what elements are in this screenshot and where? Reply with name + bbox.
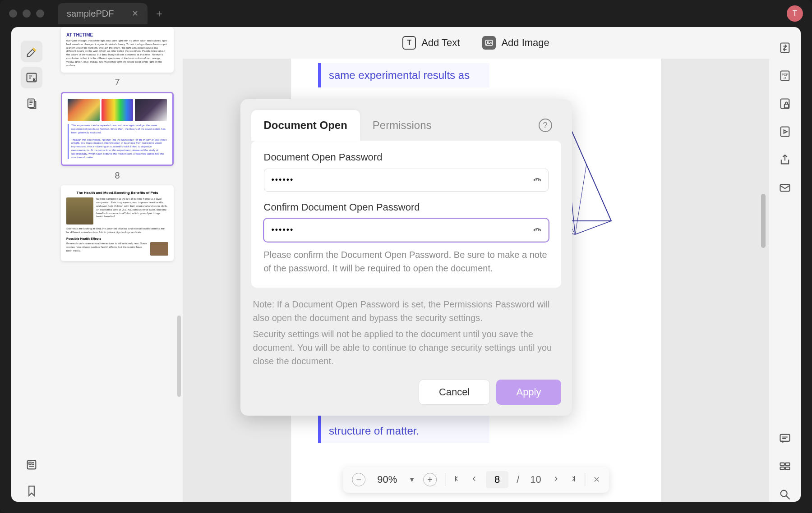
tab-document-open[interactable]: Document Open (251, 110, 360, 141)
user-avatar[interactable]: T (787, 5, 803, 22)
security-modal: Document Open Permissions ? Document Ope… (240, 99, 572, 416)
close-tab-icon[interactable]: ✕ (132, 9, 138, 18)
traffic-lights (9, 9, 44, 18)
modal-note: Note: If a Document Open Password is set… (253, 298, 559, 325)
maximize-window-button[interactable] (36, 9, 44, 18)
apply-button[interactable]: Apply (496, 380, 561, 405)
password-label: Document Open Password (264, 151, 549, 163)
modal-overlay: Document Open Permissions ? Document Ope… (11, 27, 801, 502)
cancel-button[interactable]: Cancel (419, 380, 490, 405)
confirm-help-text: Please confirm the Document Open Passwor… (264, 248, 549, 275)
show-password-icon[interactable] (532, 174, 542, 186)
help-icon[interactable]: ? (539, 119, 552, 132)
password-input[interactable] (264, 169, 549, 192)
confirm-password-input[interactable] (264, 219, 549, 242)
tab-title: samplePDF (67, 9, 114, 19)
confirm-password-label: Confirm Document Open Password (264, 202, 549, 213)
close-window-button[interactable] (9, 9, 17, 18)
tab-permissions[interactable]: Permissions (360, 110, 444, 141)
minimize-window-button[interactable] (23, 9, 31, 18)
modal-note: Security settings will not be applied to… (253, 327, 559, 368)
titlebar: samplePDF ✕ ＋ T (0, 0, 812, 27)
document-tab[interactable]: samplePDF ✕ (58, 3, 148, 24)
new-tab-button[interactable]: ＋ (154, 7, 164, 20)
show-password-icon[interactable] (532, 224, 542, 236)
